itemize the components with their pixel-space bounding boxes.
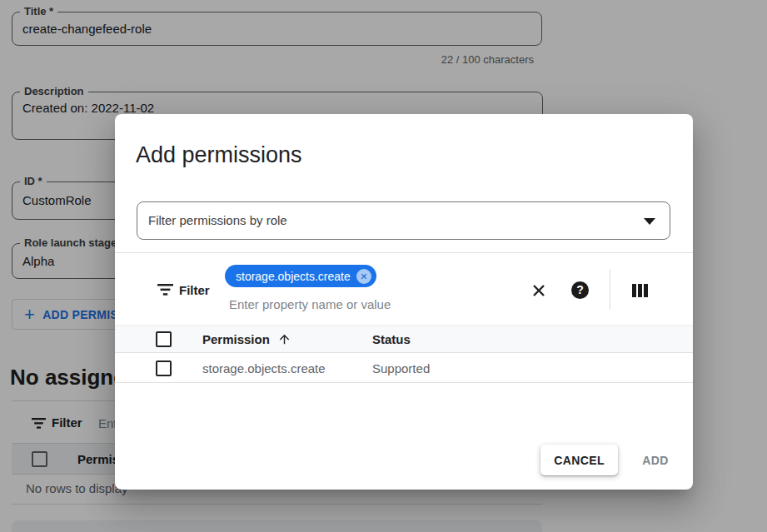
permission-table-row[interactable]: storage.objects.create Supported — [115, 354, 693, 383]
filter-icon — [157, 284, 173, 299]
add-permissions-dialog: Add permissions Filter permissions by ro… — [115, 114, 693, 490]
dialog-table-header: Permission Status — [115, 325, 693, 353]
cancel-button[interactable]: CANCEL — [540, 445, 618, 475]
help-icon[interactable]: ? — [571, 281, 589, 299]
filter-by-role-select[interactable]: Filter permissions by role — [137, 201, 670, 240]
column-display-icon[interactable] — [632, 284, 648, 297]
sort-ascending-icon[interactable] — [277, 332, 291, 350]
dialog-filter-label[interactable]: Filter — [179, 283, 210, 297]
divider — [115, 252, 693, 253]
status-column-header[interactable]: Status — [372, 332, 411, 346]
add-button[interactable]: ADD — [628, 445, 683, 475]
create-role-screen: Title * create-changefeed-role 22 / 100 … — [0, 0, 767, 532]
filter-chip[interactable]: storage.objects.create ✕ — [225, 265, 376, 287]
caret-down-icon — [644, 218, 655, 225]
dialog-filter-input[interactable]: Enter property name or value — [229, 297, 391, 311]
clear-filters-icon[interactable] — [530, 282, 547, 299]
chip-remove-icon[interactable]: ✕ — [356, 269, 371, 284]
row-status-cell: Supported — [372, 361, 430, 375]
toolbar-divider — [610, 270, 610, 310]
select-all-checkbox[interactable] — [156, 331, 172, 347]
filter-chip-label: storage.objects.create — [236, 270, 351, 283]
row-checkbox[interactable] — [156, 360, 172, 376]
permission-column-header[interactable]: Permission — [202, 332, 270, 346]
filter-by-role-select-value: Filter permissions by role — [148, 202, 287, 239]
dialog-title: Add permissions — [136, 142, 302, 168]
row-permission-cell: storage.objects.create — [202, 361, 326, 375]
